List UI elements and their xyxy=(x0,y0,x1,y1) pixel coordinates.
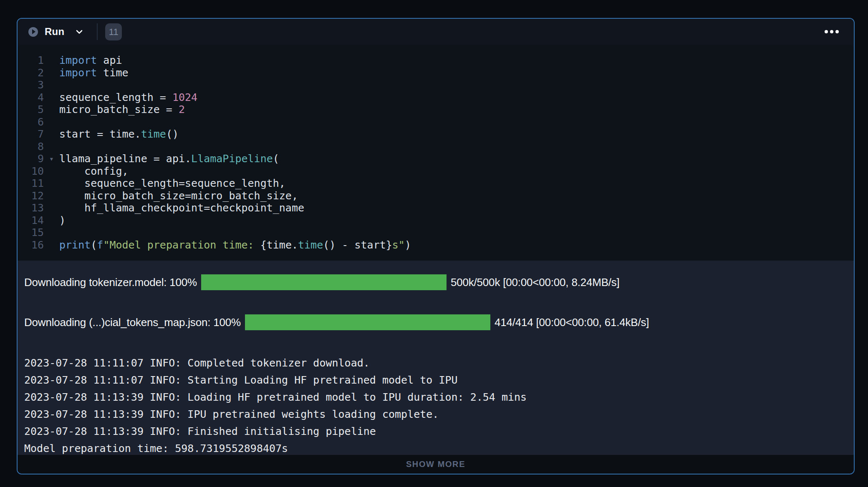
line-number: 6 xyxy=(18,116,44,128)
show-more-button[interactable]: SHOW MORE xyxy=(18,455,854,474)
code-line: 4sequence_length = 1024 xyxy=(18,91,854,104)
cell-menu-button[interactable] xyxy=(824,28,840,36)
chevron-down-icon xyxy=(74,27,84,37)
progress-bar-fill xyxy=(245,314,490,330)
fold-spacer xyxy=(44,214,59,227)
progress-label: Downloading (...)cial_tokens_map.json: 1… xyxy=(24,316,241,329)
code-line: 2import time xyxy=(18,67,854,79)
code-text: sequence_length = 1024 xyxy=(59,91,197,104)
log-line: 2023-07-28 11:11:07 INFO: Completed toke… xyxy=(24,354,854,372)
code-line: 9▾llama_pipeline = api.LlamaPipeline( xyxy=(18,153,854,165)
line-number: 10 xyxy=(18,165,44,178)
code-token: micro_batch_size = xyxy=(59,103,179,115)
notebook-page: Run 11 1import api2import time34sequence… xyxy=(0,0,868,487)
log-line: 2023-07-28 11:13:39 INFO: Loading HF pre… xyxy=(24,389,854,406)
code-line: 6 xyxy=(18,116,854,128)
ellipsis-icon xyxy=(825,30,839,33)
run-button[interactable]: Run xyxy=(28,26,64,38)
run-options-button[interactable] xyxy=(74,27,84,37)
line-number: 13 xyxy=(18,202,44,214)
code-lines: 1import api2import time34sequence_length… xyxy=(18,54,854,251)
show-more-label: SHOW MORE xyxy=(406,459,465,469)
code-text: start = time.time() xyxy=(59,128,179,141)
code-line: 7start = time.time() xyxy=(18,128,854,141)
download-progress-list: Downloading tokenizer.model: 100%500k/50… xyxy=(24,274,854,330)
progress-bar xyxy=(245,314,490,330)
code-text: config, xyxy=(59,165,129,178)
code-token: s" xyxy=(392,239,405,251)
code-token: ) xyxy=(405,239,411,251)
code-line: 13 hf_llama_checkpoint=checkpoint_name xyxy=(18,202,854,214)
log-line: 2023-07-28 11:13:39 INFO: IPU pretrained… xyxy=(24,406,854,423)
code-token: print xyxy=(59,239,91,251)
code-token: 1024 xyxy=(172,91,197,103)
code-token: 2 xyxy=(179,103,185,115)
play-icon xyxy=(28,27,38,37)
fold-spacer xyxy=(44,54,59,67)
code-token: time xyxy=(298,239,323,251)
code-line: 14) xyxy=(18,214,854,227)
line-number: 7 xyxy=(18,128,44,141)
run-button-label: Run xyxy=(45,26,64,38)
code-token: time xyxy=(97,67,128,79)
code-token: llama_pipeline = api. xyxy=(59,153,191,165)
code-token: "Model preparation time: xyxy=(103,239,260,251)
code-token: {time. xyxy=(260,239,298,251)
line-number: 2 xyxy=(18,67,44,79)
line-number: 8 xyxy=(18,141,44,153)
log-line: Model preparation time: 598.731955289840… xyxy=(24,440,854,455)
code-line: 10 config, xyxy=(18,165,854,178)
execution-count-badge: 11 xyxy=(105,23,122,40)
line-number: 14 xyxy=(18,214,44,227)
line-number: 3 xyxy=(18,79,44,91)
code-text: import time xyxy=(59,67,129,79)
code-text: import api xyxy=(59,54,122,67)
progress-bar-fill xyxy=(201,274,447,290)
fold-spacer xyxy=(44,79,59,91)
code-line: 15 xyxy=(18,226,854,239)
fold-toggle-icon[interactable]: ▾ xyxy=(44,153,59,165)
toolbar-divider xyxy=(97,23,98,40)
fold-spacer xyxy=(44,116,59,128)
fold-spacer xyxy=(44,141,59,153)
code-token: () - start} xyxy=(323,239,392,251)
code-line: 5micro_batch_size = 2 xyxy=(18,103,854,116)
code-line: 1import api xyxy=(18,54,854,67)
fold-spacer xyxy=(44,190,59,202)
code-token: sequence_length=sequence_length, xyxy=(59,177,285,189)
line-number: 12 xyxy=(18,190,44,202)
fold-spacer xyxy=(44,128,59,141)
fold-spacer xyxy=(44,103,59,116)
code-token: hf_llama_checkpoint=checkpoint_name xyxy=(59,202,304,214)
cell-output: Downloading tokenizer.model: 100%500k/50… xyxy=(18,261,854,455)
progress-stats: 414/414 [00:00<00:00, 61.4kB/s] xyxy=(495,316,649,329)
code-line: 8 xyxy=(18,141,854,153)
code-token: start = time. xyxy=(59,128,141,140)
code-line: 3 xyxy=(18,79,854,91)
progress-bar xyxy=(201,274,447,290)
log-output: 2023-07-28 11:11:07 INFO: Completed toke… xyxy=(24,354,854,455)
code-token: ( xyxy=(273,153,279,165)
code-token: import xyxy=(59,67,97,79)
code-token: () xyxy=(166,128,179,140)
log-line: 2023-07-28 11:11:07 INFO: Starting Loadi… xyxy=(24,372,854,389)
code-text: micro_batch_size = 2 xyxy=(59,103,185,116)
code-editor[interactable]: 1import api2import time34sequence_length… xyxy=(18,45,854,261)
line-number: 1 xyxy=(18,54,44,67)
log-line: 2023-07-28 11:13:39 INFO: Finished initi… xyxy=(24,423,854,440)
code-token: import xyxy=(59,54,97,66)
progress-label: Downloading tokenizer.model: 100% xyxy=(24,276,197,289)
fold-spacer xyxy=(44,67,59,79)
code-text: llama_pipeline = api.LlamaPipeline( xyxy=(59,153,279,165)
code-token: time xyxy=(141,128,166,140)
cell-toolbar: Run 11 xyxy=(18,19,854,45)
fold-spacer xyxy=(44,202,59,214)
code-token: sequence_length = xyxy=(59,91,172,103)
fold-spacer xyxy=(44,91,59,104)
download-progress-row: Downloading (...)cial_tokens_map.json: 1… xyxy=(24,314,854,330)
code-text: print(f"Model preparation time: {time.ti… xyxy=(59,239,411,251)
code-text: sequence_length=sequence_length, xyxy=(59,177,285,190)
code-text: micro_batch_size=micro_batch_size, xyxy=(59,190,298,202)
code-token: ( xyxy=(91,239,97,251)
code-token: LlamaPipeline xyxy=(191,153,273,165)
